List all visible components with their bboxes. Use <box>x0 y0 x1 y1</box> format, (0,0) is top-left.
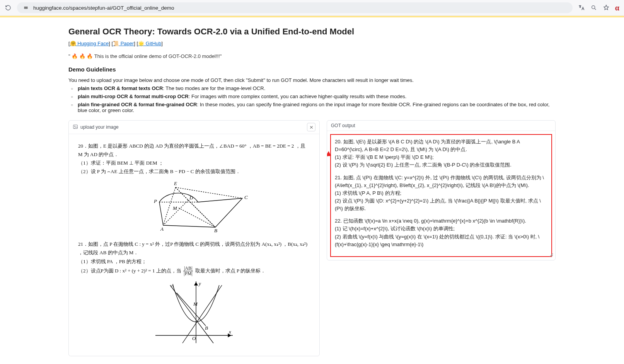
svg-line-27 <box>182 285 222 343</box>
problem-20-figure: E P D C A B M <box>140 179 248 233</box>
svg-rect-3 <box>73 125 78 128</box>
guidelines-list: plain texts OCR & format texts OCR: The … <box>68 85 556 113</box>
svg-rect-1 <box>24 8 27 9</box>
svg-text:x: x <box>228 329 231 335</box>
tagline-text: " 🔥 🔥 🔥 This is the official online demo… <box>68 53 556 59</box>
upload-panel: upload your image 20．如图，E 是以菱形 ABCD 的边 A… <box>68 120 320 356</box>
problem-21-stem: 21．如图，点 P 在抛物线 C : y = x² 外，过P 作抛物线 C 的两… <box>78 240 310 257</box>
output-paragraph-21: 21. 如图, 点 \(P\) 在抛物线 \(C: y=x^{2}\) 外, 过… <box>335 174 547 213</box>
url-text: huggingface.co/spaces/stepfun-ai/GOT_off… <box>33 5 174 11</box>
svg-text:C: C <box>244 194 248 200</box>
svg-line-14 <box>188 200 215 227</box>
problem-20-sub1: （1）求证：平面 BEM ⊥ 平面 DEM ； <box>78 159 310 167</box>
fraction-ab-pm: |AB| |PM| <box>183 266 193 276</box>
upload-panel-header: upload your image <box>69 121 319 134</box>
problem-21: 21．如图，点 P 在抛物线 C : y = x² 外，过P 作抛物线 C 的两… <box>78 240 310 345</box>
svg-text:A: A <box>160 226 164 232</box>
svg-text:D: D <box>189 195 193 201</box>
problem-20: 20．如图，E 是以菱形 ABCD 的边 AD 为直径的半圆弧上一点，∠BAD … <box>78 142 310 233</box>
translate-icon[interactable] <box>578 4 585 11</box>
svg-line-6 <box>163 225 215 227</box>
output-paragraph-20: 20. 如图, \(E\) 是以菱形 \(A B C D\) 的边 \(A D\… <box>335 138 547 169</box>
svg-text:B: B <box>205 325 208 331</box>
browser-right-icons: α <box>578 3 619 12</box>
link-huggingface[interactable]: 🤗 Hugging Face <box>70 41 109 46</box>
svg-text:P: P <box>153 198 157 204</box>
resize-handle-icon[interactable] <box>549 252 554 259</box>
svg-point-4 <box>74 126 75 126</box>
page-container: General OCR Theory: Towards OCR-2.0 via … <box>57 17 567 364</box>
resource-links: [🤗 Hugging Face] [📜 Paper] [🌟 GitHub] <box>68 41 556 46</box>
output-panel: GOT output 20. 如图, \(E\) 是以菱形 \(A B C D\… <box>327 120 556 260</box>
reload-icon[interactable] <box>5 4 12 11</box>
site-info-icon[interactable] <box>22 5 29 11</box>
link-github[interactable]: 🌟 GitHub <box>138 41 161 46</box>
problem-20-stem: 20．如图，E 是以菱形 ABCD 的边 AD 为直径的半圆弧上一点，∠BAD … <box>78 142 310 159</box>
image-icon <box>73 124 78 131</box>
link-paper[interactable]: 📜 Paper <box>113 41 134 46</box>
svg-text:M: M <box>193 301 198 307</box>
svg-line-28 <box>177 293 206 326</box>
guideline-item: plain fine-grained OCR & format fine-gra… <box>72 102 556 113</box>
svg-text:B: B <box>214 228 217 233</box>
two-column-layout: upload your image 20．如图，E 是以菱形 ABCD 的边 A… <box>68 120 556 356</box>
close-upload-button[interactable] <box>307 123 315 131</box>
svg-line-7 <box>215 198 242 227</box>
svg-point-2 <box>592 6 595 9</box>
problem-21-sub2: （2）设点P为圆 D : x² + (y + 2)² = 1 上的点，当 |AB… <box>78 266 310 276</box>
bookmark-star-icon[interactable] <box>603 4 610 11</box>
svg-line-13 <box>163 200 188 225</box>
guideline-item: plain texts OCR & format texts OCR: The … <box>72 85 556 91</box>
svg-line-8 <box>198 198 242 202</box>
problem-20-sub2: （2）设 P 为 ⌢AE 上任意一点，求二面角 B − PD − C 的余弦值取… <box>78 167 310 176</box>
guidelines-heading: Demo Guidelines <box>68 66 556 73</box>
output-panel-header: GOT output <box>327 121 555 131</box>
svg-rect-0 <box>24 7 27 8</box>
svg-text:y: y <box>198 281 201 286</box>
svg-text:M: M <box>172 205 177 211</box>
upload-panel-title: upload your image <box>80 124 119 130</box>
extension-alpha-icon[interactable]: α <box>615 3 619 12</box>
address-bar[interactable]: huggingface.co/spaces/stepfun-ai/GOT_off… <box>17 2 573 13</box>
output-paragraph-22: 22. 已知函数 \(f(x)=a \ln x+x(a \neq 0), g(x… <box>335 217 547 248</box>
browser-toolbar: huggingface.co/spaces/stepfun-ai/GOT_off… <box>0 0 624 16</box>
problem-21-sub1: （1）求切线 PA ，PB 的方程； <box>78 257 310 266</box>
svg-line-11 <box>176 187 242 198</box>
svg-line-15 <box>179 208 215 227</box>
zoom-icon[interactable] <box>590 4 597 11</box>
page-title: General OCR Theory: Towards OCR-2.0 via … <box>68 27 556 37</box>
problem-21-figure: A y M B O x <box>152 279 237 345</box>
guidelines-intro-text: You need to upload your image below and … <box>68 77 556 83</box>
uploaded-image-content: 20．如图，E 是以菱形 ABCD 的边 AD 为直径的半圆弧上一点，∠BAD … <box>69 134 319 356</box>
svg-text:O: O <box>192 335 196 341</box>
output-panel-title: GOT output <box>331 123 355 128</box>
svg-line-5 <box>159 202 163 225</box>
guideline-item: plain multi-crop OCR & format multi-crop… <box>72 94 556 99</box>
svg-text:E: E <box>174 180 177 186</box>
got-output-text[interactable]: 20. 如图, \(E\) 是以菱形 \(A B C D\) 的边 \(A D\… <box>330 134 552 257</box>
svg-text:A: A <box>170 282 174 288</box>
svg-line-12 <box>176 187 188 200</box>
